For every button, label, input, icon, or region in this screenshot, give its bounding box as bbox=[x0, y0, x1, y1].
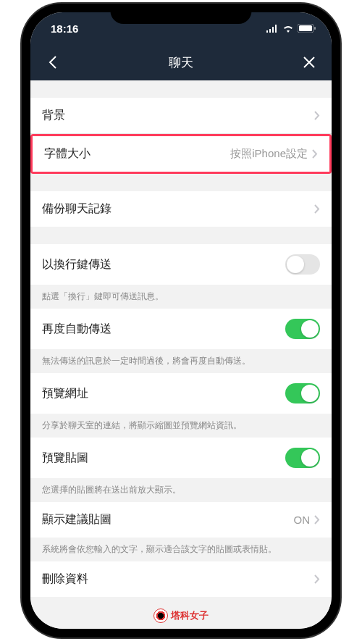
page-title: 聊天 bbox=[169, 54, 193, 71]
enter-send-toggle[interactable] bbox=[285, 254, 320, 275]
auto-resend-label: 再度自動傳送 bbox=[42, 322, 111, 337]
font-size-row[interactable]: 字體大小 按照iPhone設定 bbox=[33, 136, 329, 172]
preview-url-toggle[interactable] bbox=[285, 383, 320, 403]
font-size-highlight: 字體大小 按照iPhone設定 bbox=[30, 134, 332, 174]
notch bbox=[111, 4, 252, 24]
chevron-right-icon bbox=[314, 515, 320, 524]
backup-label: 備份聊天記錄 bbox=[42, 201, 111, 217]
watermark-avatar-icon bbox=[153, 609, 168, 623]
enter-send-footer: 點選「換行」鍵即可傳送訊息。 bbox=[30, 285, 332, 309]
settings-list[interactable]: 背景 字體大小 按照iPhone設定 備份聊天記錄 以換行鍵 bbox=[30, 80, 332, 629]
suggest-sticker-label: 顯示建議貼圖 bbox=[42, 512, 111, 527]
delete-data-label: 刪除資料 bbox=[42, 572, 88, 587]
svg-rect-1 bbox=[299, 25, 312, 31]
enter-send-label: 以換行鍵傳送 bbox=[42, 257, 111, 272]
chevron-right-icon bbox=[312, 149, 318, 159]
phone-screen: 18:16 聊天 bbox=[30, 12, 332, 629]
watermark: 塔科女子 bbox=[153, 609, 209, 623]
backup-row[interactable]: 備份聊天記錄 bbox=[30, 191, 332, 227]
preview-sticker-toggle[interactable] bbox=[285, 448, 320, 468]
auto-resend-footer: 無法傳送的訊息於一定時間過後，將會再度自動傳送。 bbox=[30, 349, 332, 373]
preview-sticker-footer: 您選擇的貼圖將在送出前放大顯示。 bbox=[30, 478, 332, 502]
background-row[interactable]: 背景 bbox=[30, 98, 332, 134]
svg-rect-2 bbox=[314, 27, 316, 30]
close-button[interactable] bbox=[298, 51, 320, 73]
phone-frame: 18:16 聊天 bbox=[22, 4, 340, 637]
preview-sticker-label: 預覽貼圖 bbox=[42, 451, 88, 466]
wifi-icon bbox=[282, 22, 294, 35]
suggest-sticker-value: ON bbox=[294, 514, 321, 526]
delete-data-row[interactable]: 刪除資料 bbox=[30, 561, 332, 597]
watermark-text: 塔科女子 bbox=[171, 609, 209, 622]
suggest-sticker-footer: 系統將會依您輸入的文字，顯示適合該文字的貼圖或表情貼。 bbox=[30, 538, 332, 561]
background-label: 背景 bbox=[42, 108, 65, 123]
nav-bar: 聊天 bbox=[30, 44, 332, 80]
suggest-sticker-row[interactable]: 顯示建議貼圖 ON bbox=[30, 502, 332, 538]
preview-url-footer: 分享於聊天室的連結，將顯示縮圖並預覽網站資訊。 bbox=[30, 414, 332, 438]
preview-url-label: 預覽網址 bbox=[42, 386, 88, 401]
font-size-value: 按照iPhone設定 bbox=[230, 147, 318, 161]
enter-send-row[interactable]: 以換行鍵傳送 bbox=[30, 244, 332, 285]
auto-resend-row[interactable]: 再度自動傳送 bbox=[30, 309, 332, 349]
battery-icon bbox=[298, 22, 316, 35]
status-indicators bbox=[266, 22, 316, 35]
chevron-right-icon bbox=[314, 204, 320, 214]
font-size-label: 字體大小 bbox=[44, 146, 90, 162]
back-button[interactable] bbox=[42, 51, 64, 73]
preview-url-row[interactable]: 預覽網址 bbox=[30, 373, 332, 414]
preview-sticker-row[interactable]: 預覽貼圖 bbox=[30, 438, 332, 478]
chevron-right-icon bbox=[314, 574, 320, 584]
status-time: 18:16 bbox=[51, 22, 78, 35]
chevron-right-icon bbox=[314, 111, 320, 120]
signal-icon bbox=[266, 22, 279, 35]
auto-resend-toggle[interactable] bbox=[285, 319, 320, 339]
